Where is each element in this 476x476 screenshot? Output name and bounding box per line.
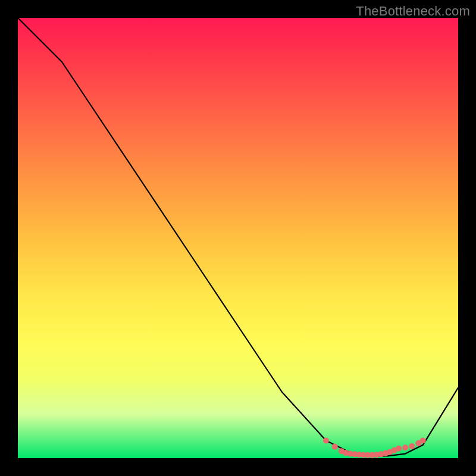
valley-dot xyxy=(420,437,426,443)
valley-dot xyxy=(409,443,415,449)
chart-svg xyxy=(18,18,458,458)
curve-path xyxy=(18,18,458,456)
valley-dot xyxy=(323,437,329,443)
chart-frame: TheBottleneck.com xyxy=(0,0,476,476)
valley-dot xyxy=(402,444,408,450)
valley-dots-group xyxy=(323,437,426,458)
valley-dot xyxy=(396,446,402,452)
attribution-text: TheBottleneck.com xyxy=(356,4,470,19)
chart-plot-area xyxy=(18,18,458,458)
valley-dot xyxy=(332,444,338,450)
